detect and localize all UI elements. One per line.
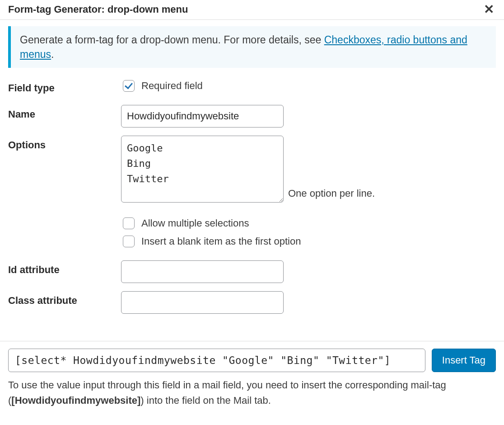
label-id-attr: Id attribute — [8, 260, 121, 277]
row-options: Options One option per line. Allow multi… — [8, 136, 496, 252]
info-text-prefix: Generate a form-tag for a drop-down menu… — [20, 34, 324, 46]
label-options: Options — [8, 136, 121, 152]
insert-tag-button[interactable]: Insert Tag — [432, 349, 496, 372]
close-icon[interactable]: ✕ — [481, 3, 497, 16]
form-area: Field type Required field Name Options O… — [0, 79, 504, 314]
info-box: Generate a form-tag for a drop-down menu… — [8, 26, 496, 68]
options-hint: One option per line. — [288, 187, 375, 203]
required-field-line[interactable]: Required field — [121, 79, 496, 93]
dialog-footer: Insert Tag To use the value input throug… — [0, 341, 504, 411]
form-tag-generator-dialog: Form-tag Generator: drop-down menu ✕ Gen… — [0, 0, 504, 425]
blank-label: Insert a blank item as the first option — [141, 235, 301, 249]
multiple-label: Allow multiple selections — [141, 217, 249, 231]
label-class-attr: Class attribute — [8, 291, 121, 308]
info-text-suffix: . — [51, 48, 54, 60]
options-textarea[interactable] — [121, 136, 284, 203]
label-name: Name — [8, 105, 121, 122]
row-name: Name — [8, 105, 496, 128]
class-attr-input[interactable] — [121, 291, 284, 314]
dialog-title: Form-tag Generator: drop-down menu — [8, 3, 188, 17]
multiple-checkbox[interactable] — [123, 217, 135, 229]
blank-checkbox[interactable] — [123, 236, 135, 247]
multiple-selections-line[interactable]: Allow multiple selections — [121, 216, 496, 231]
row-class-attr: Class attribute — [8, 291, 496, 314]
id-attr-input[interactable] — [121, 260, 284, 283]
label-field-type: Field type — [8, 79, 121, 95]
generated-row: Insert Tag — [8, 349, 496, 372]
footer-note-mailtag: [Howdidyoufindmywebsite] — [11, 395, 140, 406]
generated-tag-input[interactable] — [8, 349, 425, 372]
blank-item-line[interactable]: Insert a blank item as the first option — [121, 234, 496, 249]
footer-note-suffix: ) into the field on the Mail tab. — [140, 395, 271, 406]
row-id-attr: Id attribute — [8, 260, 496, 283]
name-input[interactable] — [121, 105, 284, 128]
footer-note: To use the value input through this fiel… — [8, 378, 496, 408]
dialog-header: Form-tag Generator: drop-down menu ✕ — [0, 0, 504, 20]
required-label: Required field — [141, 79, 203, 93]
row-field-type: Field type Required field — [8, 79, 496, 97]
required-checkbox[interactable] — [123, 80, 135, 92]
